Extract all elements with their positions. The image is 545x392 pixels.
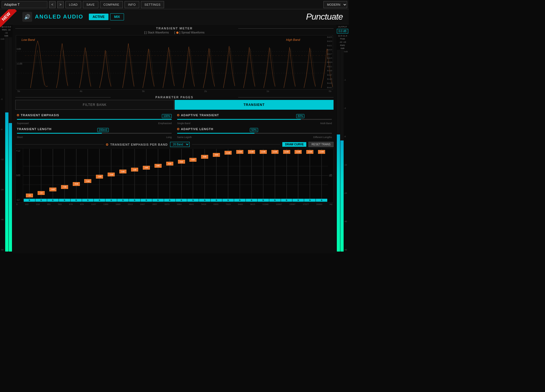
band-count-select[interactable]: 26 Band 13 Band 8 Band — [170, 142, 190, 147]
right-meter-bars: 0dB -1 -3 -6 -12 -24 -40 -60 — [337, 50, 348, 252]
band-s-button-21[interactable]: S — [269, 199, 281, 202]
band-s-button-7[interactable]: S — [105, 199, 117, 202]
adaptive-length-title: ADAPTIVE LENGTH — [181, 127, 213, 131]
band-track-23 — [298, 149, 298, 198]
band-s-button-6[interactable]: S — [94, 199, 105, 202]
band-s-button-10[interactable]: S — [141, 199, 152, 202]
band-handle-12[interactable]: 4dB — [166, 162, 173, 166]
adaptive-slider-fill — [177, 119, 301, 120]
length-slider-fill — [17, 133, 102, 134]
band-slider-area-4: -6dB — [71, 149, 82, 198]
band-s-button-12[interactable]: S — [164, 199, 175, 202]
band-slider-area-15: 8dB — [199, 149, 210, 198]
nav-next-button[interactable]: > — [57, 1, 64, 8]
band-s-button-0[interactable]: S — [24, 199, 35, 202]
adaptive-endpoints: Single Band Multi Band — [177, 122, 332, 125]
band-s-button-22[interactable]: S — [281, 199, 292, 202]
band-s-button-14[interactable]: S — [187, 199, 199, 202]
band-s-button-2[interactable]: S — [47, 199, 59, 202]
band-handle-22[interactable]: 12dB — [283, 150, 290, 154]
band-handle-20[interactable]: 12dB — [260, 150, 267, 154]
band-handle-0[interactable]: -12 — [26, 194, 33, 197]
emphasis-endpoints: Supressed Emphasized — [17, 122, 172, 125]
transient-tab[interactable]: TRANSIENT — [175, 100, 334, 110]
band-slider-area-8: 0dB — [117, 149, 129, 198]
band-slider-area-0: -12 — [24, 149, 35, 198]
band-handle-5[interactable]: -5dB — [84, 179, 91, 183]
length-slider-track[interactable]: 200mS — [17, 133, 172, 134]
band-handle-8[interactable]: 0dB — [119, 170, 126, 173]
draw-curve-button[interactable]: DRAW CURVE — [282, 142, 306, 147]
hz-unit: Hz — [330, 203, 332, 206]
stack-waveforms-option[interactable]: [ ] Stack Waveforms — [144, 31, 169, 34]
compare-button[interactable]: COMPARE — [100, 1, 123, 8]
preset-name-input[interactable] — [2, 1, 47, 8]
info-button[interactable]: INFO — [125, 1, 139, 8]
band-s-button-18[interactable]: S — [234, 199, 246, 202]
load-button[interactable]: LOAD — [65, 1, 81, 8]
band-s-button-1[interactable]: S — [35, 199, 47, 202]
band-s-button-8[interactable]: S — [117, 199, 129, 202]
band-track-12 — [169, 149, 170, 198]
band-handle-19[interactable]: 12dB — [248, 150, 255, 154]
spread-bracket: [ — [174, 31, 175, 34]
settings-button[interactable]: SETTINGS — [141, 1, 164, 8]
band-handle-7[interactable]: -2dB — [108, 173, 115, 176]
band-handle-4[interactable]: -6dB — [73, 182, 80, 186]
spread-waveforms-option[interactable]: [ ] Spread Waveforms — [174, 31, 205, 34]
band-s-button-24[interactable]: S — [304, 199, 316, 202]
band-s-button-3[interactable]: S — [59, 199, 70, 202]
emphasis-slider-track[interactable]: 100% — [17, 119, 172, 120]
mode-select[interactable]: MODERN CLASSIC — [323, 1, 347, 8]
plus12-label: +12 — [16, 149, 22, 152]
band-s-button-13[interactable]: S — [176, 199, 187, 202]
band-slider-area-18: 12dB — [234, 149, 246, 198]
band-s-button-17[interactable]: S — [222, 199, 234, 202]
band-handle-6[interactable]: -3dB — [96, 175, 103, 179]
band-handle-3[interactable]: -7dB — [61, 185, 68, 189]
band-s-button-9[interactable]: S — [129, 199, 140, 202]
band-handle-1[interactable]: -10 — [38, 191, 45, 195]
band-handle-9[interactable]: 1dB — [131, 168, 138, 171]
band-s-button-16[interactable]: S — [211, 199, 222, 202]
active-button[interactable]: ACTIVE — [89, 14, 108, 20]
band-handle-25[interactable]: 12dB — [318, 150, 325, 154]
band-handle-14[interactable]: 6dB — [189, 158, 196, 162]
band-col-6: -3dBS — [94, 149, 105, 202]
band-track-11 — [158, 149, 158, 198]
band-handle-17[interactable]: 11dB — [225, 151, 232, 155]
bd25: Bd25 — [327, 36, 332, 38]
hz-7319: 7319 — [226, 203, 231, 206]
band-handle-10[interactable]: 2dB — [143, 166, 150, 170]
stack-bracket: [ ] — [144, 31, 146, 34]
adaptive-slider-track[interactable]: 80% — [177, 119, 332, 120]
reset-trans-button[interactable]: RESET TRANS — [308, 142, 334, 147]
band-handle-2[interactable]: -8dB — [49, 188, 56, 191]
band-handle-11[interactable]: 3dB — [155, 164, 162, 168]
band-s-button-20[interactable]: S — [258, 199, 269, 202]
band-handle-23[interactable]: 12dB — [295, 150, 302, 154]
band-handle-16[interactable]: 9dB — [213, 153, 220, 157]
band-handle-18[interactable]: 12dB — [236, 150, 243, 154]
save-button[interactable]: SAVE — [83, 1, 98, 8]
hz-2407: 2407 — [140, 203, 145, 206]
band-s-button-15[interactable]: S — [199, 199, 210, 202]
band-handle-13[interactable]: 5dB — [178, 160, 185, 164]
band-s-button-25[interactable]: S — [316, 199, 327, 202]
band-s-button-5[interactable]: S — [82, 199, 93, 202]
hz-13087: 13087 — [276, 203, 282, 206]
nav-prev-button[interactable]: < — [49, 1, 56, 8]
adaptive-length-track[interactable]: 50% — [177, 133, 332, 134]
band-s-button-4[interactable]: S — [71, 199, 82, 202]
band-handle-24[interactable]: 12dB — [306, 150, 313, 154]
band-handle-15[interactable]: 8dB — [201, 155, 208, 159]
zero-label: 0dB — [16, 174, 22, 177]
band-s-button-11[interactable]: S — [152, 199, 164, 202]
filter-bank-tab[interactable]: FILTER BANK — [15, 100, 174, 110]
mix-button[interactable]: MIX — [110, 13, 124, 20]
band-s-button-23[interactable]: S — [292, 199, 304, 202]
right-vu-fill-1 — [337, 134, 340, 252]
band-s-button-19[interactable]: S — [246, 199, 257, 202]
band-header-dot — [106, 143, 108, 146]
band-handle-21[interactable]: 12dB — [271, 150, 278, 154]
